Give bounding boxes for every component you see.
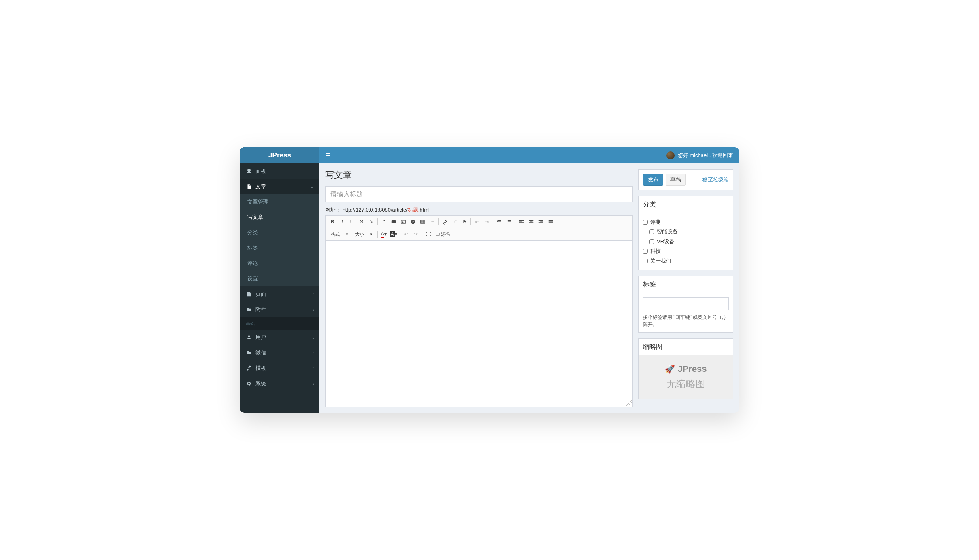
category-item[interactable]: 科技: [643, 246, 729, 256]
thumbnail-box: 缩略图 🚀JPress 无缩略图: [638, 338, 733, 399]
user-menu[interactable]: 您好 michael , 欢迎回来: [666, 151, 733, 159]
category-checkbox[interactable]: [649, 239, 654, 244]
category-checkbox[interactable]: [649, 229, 654, 234]
align-center-button[interactable]: [527, 217, 536, 226]
hr-button[interactable]: ≡: [428, 217, 437, 226]
link-button[interactable]: [441, 217, 449, 226]
sidebar-toggle[interactable]: ☰: [325, 152, 330, 159]
bold-button[interactable]: B: [328, 217, 337, 226]
category-box: 分类 评测智能设备VR设备科技关于我们: [638, 196, 733, 270]
tags-hint: 多个标签请用 "回车键" 或英文逗号（,）隔开。: [643, 314, 729, 328]
permalink-row: 网址： http://127.0.0.1:8080/article/标题.htm…: [325, 206, 633, 214]
folder-icon: [246, 307, 252, 312]
unordered-list-button[interactable]: [504, 217, 513, 226]
nav-attachment[interactable]: 附件 ‹: [240, 302, 319, 317]
category-checkbox[interactable]: [643, 259, 648, 263]
align-left-button[interactable]: [517, 217, 526, 226]
svg-point-4: [402, 221, 403, 222]
outdent-button[interactable]: ⇤: [472, 217, 481, 226]
nav-system[interactable]: 系统 ‹: [240, 376, 319, 391]
editor-content[interactable]: [326, 241, 632, 407]
chevron-left-icon: ‹: [313, 308, 314, 312]
text-color-button[interactable]: A▾: [379, 230, 388, 239]
brush-icon: [246, 365, 252, 371]
category-checkbox[interactable]: [643, 220, 648, 225]
source-button[interactable]: 源码: [434, 230, 451, 239]
nav-article-tag[interactable]: 标签: [240, 240, 319, 256]
nav-page-label: 页面: [255, 291, 266, 298]
greeting-text: 您好 michael , 欢迎回来: [678, 152, 733, 159]
page-icon: [246, 291, 252, 297]
chevron-left-icon: ‹: [313, 351, 314, 355]
category-label: 评测: [650, 218, 661, 226]
nav-article-comment[interactable]: 评论: [240, 256, 319, 271]
category-checkbox[interactable]: [643, 249, 648, 254]
ordered-list-button[interactable]: [495, 217, 504, 226]
nav-wechat[interactable]: 微信 ‹: [240, 345, 319, 361]
nav-article-manage[interactable]: 文章管理: [240, 194, 319, 210]
align-right-button[interactable]: [536, 217, 545, 226]
editor-toolbar-2: 格式▼ 大小▼ A▾ A▾ ↶ ↷ ⛶ 源码: [326, 228, 632, 241]
editor: B I U S I× ❝ ≡: [325, 215, 633, 407]
url-suffix: .html: [418, 207, 430, 213]
indent-button[interactable]: ⇥: [482, 217, 491, 226]
url-prefix: http://127.0.0.1:8080/article/: [343, 207, 408, 213]
url-slug[interactable]: 标题: [408, 207, 418, 213]
category-label: 科技: [650, 248, 661, 255]
anchor-button[interactable]: ⚑: [460, 217, 469, 226]
underline-button[interactable]: U: [347, 217, 356, 226]
video-button[interactable]: [409, 217, 417, 226]
url-label: 网址：: [325, 207, 341, 213]
tags-input[interactable]: [643, 297, 729, 310]
chevron-left-icon: ‹: [313, 382, 314, 386]
category-label: 智能设备: [657, 228, 678, 235]
nav-user[interactable]: 用户 ‹: [240, 330, 319, 345]
avatar: [666, 151, 675, 159]
brand-logo[interactable]: JPress: [240, 147, 319, 163]
bg-color-button[interactable]: A▾: [389, 230, 398, 239]
nav-page[interactable]: 页面 ‹: [240, 286, 319, 302]
tags-box: 标签 多个标签请用 "回车键" 或英文逗号（,）隔开。: [638, 276, 733, 333]
blockquote-button[interactable]: ❝: [379, 217, 388, 226]
fullscreen-button[interactable]: ⛶: [424, 230, 433, 239]
category-item[interactable]: 评测: [643, 217, 729, 227]
category-label: VR设备: [657, 238, 675, 245]
publish-button[interactable]: 发布: [643, 174, 663, 186]
image-button[interactable]: [399, 217, 408, 226]
trash-link[interactable]: 移至垃圾箱: [702, 176, 729, 183]
wechat-icon: [246, 350, 252, 356]
nav-dashboard[interactable]: 面板: [240, 163, 319, 179]
nav-template[interactable]: 模板 ‹: [240, 361, 319, 376]
table-button[interactable]: [418, 217, 427, 226]
resize-handle[interactable]: [626, 400, 632, 406]
code-button[interactable]: [389, 217, 398, 226]
unlink-button[interactable]: [450, 217, 459, 226]
nav-article-label: 文章: [255, 183, 266, 190]
format-dropdown[interactable]: 格式▼: [328, 230, 351, 239]
category-item[interactable]: VR设备: [643, 237, 729, 246]
article-title-input[interactable]: [326, 187, 632, 202]
rocket-icon: 🚀: [665, 364, 675, 374]
redo-button[interactable]: ↷: [411, 230, 420, 239]
thumbnail-title: 缩略图: [639, 339, 733, 356]
svg-point-8: [507, 221, 507, 222]
nav-article-setting[interactable]: 设置: [240, 271, 319, 286]
page-title: 写文章: [325, 169, 633, 181]
nav-system-label: 系统: [255, 380, 266, 387]
draft-button[interactable]: 草稿: [666, 174, 686, 186]
italic-button[interactable]: I: [338, 217, 347, 226]
category-item[interactable]: 智能设备: [643, 227, 729, 237]
thumbnail-preview[interactable]: 🚀JPress 无缩略图: [639, 356, 733, 399]
file-icon: [246, 184, 252, 189]
strike-button[interactable]: S: [357, 217, 366, 226]
nav-article-category[interactable]: 分类: [240, 225, 319, 240]
size-dropdown[interactable]: 大小▼: [352, 230, 376, 239]
svg-rect-2: [392, 220, 396, 223]
nav-article-write[interactable]: 写文章: [240, 210, 319, 225]
remove-format-button[interactable]: I×: [367, 217, 376, 226]
nav-article[interactable]: 文章 ⌄: [240, 179, 319, 194]
undo-button[interactable]: ↶: [402, 230, 411, 239]
category-item[interactable]: 关于我们: [643, 256, 729, 266]
align-justify-button[interactable]: [546, 217, 555, 226]
nav-attachment-label: 附件: [255, 306, 266, 313]
